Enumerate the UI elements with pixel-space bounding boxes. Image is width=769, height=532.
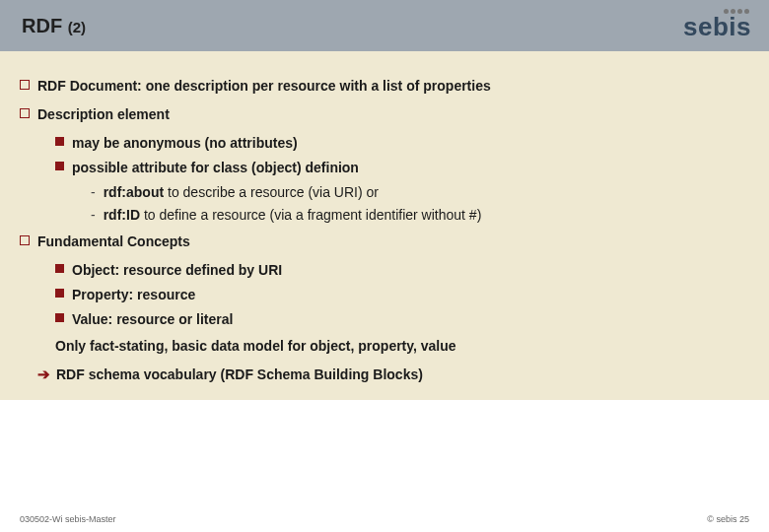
footer-left: 030502-Wi sebis-Master <box>20 514 116 524</box>
bullet-text: may be anonymous (no attributes) <box>72 134 298 153</box>
dash-icon: - <box>91 183 96 202</box>
solid-square-icon <box>55 264 64 273</box>
bullet-text: Value: resource or literal <box>72 310 233 329</box>
bullet-fact-stating: Only fact-stating, basic data model for … <box>55 337 749 356</box>
slide-title: RDF (2) <box>22 15 86 37</box>
bullet-text: RDF schema vocabulary (RDF Schema Buildi… <box>56 366 423 384</box>
bullet-rdf-schema: ➔ RDF schema vocabulary (RDF Schema Buil… <box>37 366 749 384</box>
bullet-rdf-document: RDF Document: one description per resour… <box>20 77 749 96</box>
bullet-text: Only fact-stating, basic data model for … <box>55 338 456 354</box>
hollow-square-icon <box>20 235 30 245</box>
bullet-fundamental-concepts: Fundamental Concepts <box>20 233 749 251</box>
bullet-text: rdf:ID to define a resource (via a fragm… <box>104 206 482 225</box>
bullet-text: Description element <box>37 105 170 124</box>
bullet-text: Fundamental Concepts <box>37 233 190 251</box>
title-sub: (2) <box>68 19 86 35</box>
bullet-property: Property: resource <box>55 286 749 304</box>
logo: sebis <box>683 9 751 42</box>
solid-square-icon <box>55 313 64 322</box>
arrow-right-icon: ➔ <box>37 366 50 383</box>
logo-text: sebis <box>683 12 751 42</box>
dash-icon: - <box>91 206 96 225</box>
rest-text: to describe a resource (via URI) or <box>164 184 379 200</box>
term-rdf-id: rdf:ID <box>104 207 140 223</box>
bullet-text: possible attribute for class (object) de… <box>72 159 359 177</box>
bullet-text: RDF Document: one description per resour… <box>37 77 491 96</box>
bullet-text: Object: resource defined by URI <box>72 261 282 280</box>
solid-square-icon <box>55 289 64 298</box>
term-rdf-about: rdf:about <box>104 184 164 200</box>
slide-header: RDF (2) sebis <box>0 0 769 51</box>
slide-footer: 030502-Wi sebis-Master © sebis 25 <box>0 514 769 524</box>
footer-right: © sebis 25 <box>707 514 749 524</box>
hollow-square-icon <box>20 80 30 90</box>
bullet-object: Object: resource defined by URI <box>55 261 749 280</box>
solid-square-icon <box>55 137 64 146</box>
bullet-rdf-id: - rdf:ID to define a resource (via a fra… <box>91 206 749 225</box>
solid-square-icon <box>55 162 64 170</box>
bullet-text: Property: resource <box>72 286 195 304</box>
bullet-rdf-about: - rdf:about to describe a resource (via … <box>91 183 749 202</box>
slide-body: RDF Document: one description per resour… <box>0 51 769 400</box>
title-main: RDF <box>22 15 62 36</box>
bullet-text: rdf:about to describe a resource (via UR… <box>104 183 379 202</box>
bullet-possible-attribute: possible attribute for class (object) de… <box>55 159 749 177</box>
hollow-square-icon <box>20 108 30 118</box>
bullet-anonymous: may be anonymous (no attributes) <box>55 134 749 153</box>
bullet-value: Value: resource or literal <box>55 310 749 329</box>
bullet-description-element: Description element <box>20 105 749 124</box>
rest-text: to define a resource (via a fragment ide… <box>140 207 481 223</box>
